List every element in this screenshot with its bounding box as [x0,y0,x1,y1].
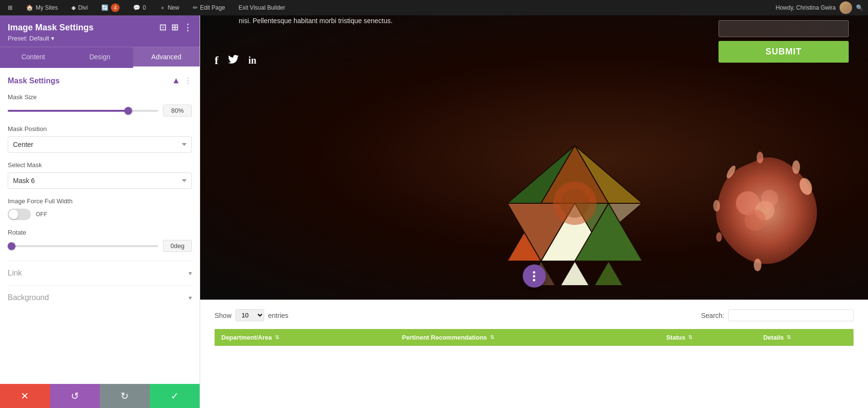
link-section: Link ▾ [8,261,192,285]
mask-size-track[interactable] [8,110,158,112]
tab-advanced[interactable]: Advanced [133,47,200,68]
svg-point-19 [560,189,589,218]
cancel-button[interactable]: ✕ [0,384,50,408]
panel-header: Image Mask Settings ⊡ ⊞ ⋮ Preset: Defaul… [0,15,200,47]
entries-select[interactable]: 10 25 50 100 [235,309,264,321]
col-recommendations[interactable]: Pertinent Recommendations ⇅ [395,329,660,346]
section-controls: ▲ ⋮ [172,76,192,86]
force-full-width-field: Image Force Full Width OFF [8,197,192,220]
force-full-width-toggle[interactable] [8,209,31,220]
preset-dropdown-icon: ▾ [51,35,54,42]
mask-size-slider-container: 80% [8,105,192,117]
comments-icon: 💬 [133,4,140,11]
sort-icon-department: ⇅ [275,334,279,341]
svg-point-24 [713,200,720,211]
redo-button[interactable]: ↻ [100,384,150,408]
updates-icon: 🔄 [101,4,108,11]
wordpress-icon: ⊞ [8,4,13,11]
tab-design[interactable]: Design [67,47,133,68]
wp-logo[interactable]: ⊞ [5,0,15,15]
cancel-icon: ✕ [21,390,29,402]
my-sites-label: My Sites [36,4,58,11]
mask-size-thumb[interactable] [124,107,132,115]
search-input[interactable] [728,309,854,321]
link-section-header[interactable]: Link ▾ [8,269,192,277]
edit-page-button[interactable]: ✏ Edit Page [190,0,228,15]
panel-icons: ⊡ ⊞ ⋮ [159,22,192,33]
collapse-icon[interactable]: ▲ [172,76,180,86]
col-details[interactable]: Details ⇅ [757,329,854,346]
svg-point-30 [761,190,778,207]
rotate-value[interactable]: 0deg [163,240,192,252]
background-section: Background ▾ [8,285,192,310]
col-status[interactable]: Status ⇅ [659,329,756,346]
redo-icon: ↻ [121,390,129,402]
table-controls: Show 10 25 50 100 entries Search: [215,309,854,321]
rotate-track[interactable] [8,245,158,247]
panel-title-text: Image Mask Settings [8,23,94,33]
panel-body: Mask Settings ▲ ⋮ Mask Size 80% [0,68,200,384]
entries-label: entries [268,312,288,319]
select-mask-select[interactable]: Mask 1 Mask 2 Mask 3 Mask 4 Mask 5 Mask … [8,172,192,189]
toggle-state-label: OFF [36,211,47,218]
updates-menu[interactable]: 🔄 4 [98,0,122,15]
mask-size-label: Mask Size [8,93,192,101]
mask-settings-header: Mask Settings ▲ ⋮ [8,76,192,86]
settings-panel: Image Mask Settings ⊡ ⊞ ⋮ Preset: Defaul… [0,15,200,408]
form-input[interactable] [719,20,849,37]
edit-icon: ✏ [193,4,198,11]
admin-bar: ⊞ 🏠 My Sites ◆ Divi 🔄 4 💬 0 ＋ New ✏ Edit… [0,0,868,15]
food-mosaic [507,131,642,285]
exit-builder-label: Exit Visual Builder [239,4,285,11]
comments-count: 0 [143,4,146,11]
undo-button[interactable]: ↺ [50,384,100,408]
section-more-icon[interactable]: ⋮ [184,76,192,85]
fab-button[interactable] [523,264,546,288]
sort-icon-recommendations: ⇅ [490,334,494,341]
toggle-knob [9,210,18,219]
svg-point-21 [792,160,800,174]
background-section-header[interactable]: Background ▾ [8,293,192,302]
sort-icon-status: ⇅ [688,334,692,341]
svg-point-22 [757,152,763,163]
preset-selector[interactable]: Preset: Default ▾ [8,35,192,42]
search-button[interactable]: 🔍 [856,4,863,11]
mask-position-select[interactable]: Center Top Left Top Center Top Right Cen… [8,136,192,153]
social-bar: f in [200,44,271,77]
new-label: New [168,4,179,11]
more-options-icon[interactable]: ⋮ [183,22,192,33]
mask-size-field: Mask Size 80% [8,93,192,117]
force-full-width-toggle-container: OFF [8,209,192,220]
exit-builder-button[interactable]: Exit Visual Builder [236,0,288,15]
linkedin-icon[interactable]: in [248,55,257,66]
col-department[interactable]: Department/Area ⇅ [215,329,395,346]
new-content-menu[interactable]: ＋ New [157,0,182,15]
columns-icon[interactable]: ⊞ [171,22,178,33]
plus-icon: ＋ [160,4,165,12]
submit-button[interactable]: SUBMIT [719,41,849,63]
my-sites-menu[interactable]: 🏠 My Sites [23,0,61,15]
mask-position-field: Mask Position Center Top Left Top Center… [8,125,192,153]
capture-icon[interactable]: ⊡ [159,22,166,33]
mask-size-fill [8,110,128,112]
admin-bar-right: Howdy, Christina Gwira 🔍 [776,1,863,14]
table-header: Department/Area ⇅ Pertinent Recommendati… [215,329,854,346]
twitter-icon[interactable] [228,54,239,66]
tab-content[interactable]: Content [0,47,67,68]
content-area: nisi. Pellentesque habitant morbi tristi… [200,15,868,408]
user-avatar[interactable] [840,1,852,14]
mask-position-label: Mask Position [8,125,192,132]
divi-icon: ◆ [71,4,76,11]
svg-point-29 [745,210,766,231]
undo-icon: ↺ [71,390,79,402]
divi-menu[interactable]: ◆ Divi [68,0,91,15]
comments-menu[interactable]: 💬 0 [130,0,149,15]
facebook-icon[interactable]: f [215,54,218,67]
save-button[interactable]: ✓ [150,384,200,408]
hero-section: nisi. Pellentesque habitant morbi tristi… [200,15,868,300]
link-section-title: Link [8,269,22,277]
divi-label: Divi [78,4,88,11]
background-section-title: Background [8,293,49,302]
mask-size-value[interactable]: 80% [163,105,192,117]
rotate-thumb[interactable] [8,242,15,250]
